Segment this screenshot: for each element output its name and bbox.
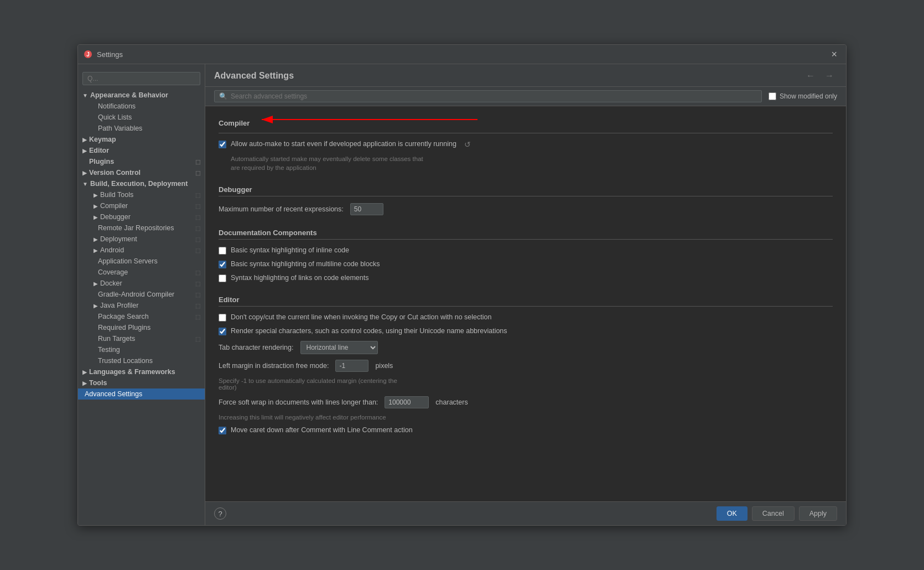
- sidebar-item-path-variables[interactable]: Path Variables: [78, 123, 205, 134]
- move-caret-checkbox[interactable]: [219, 427, 226, 434]
- sidebar-item-required-plugins[interactable]: Required Plugins: [78, 322, 205, 333]
- sidebar-item-deployment[interactable]: ▶ Deployment ⬚: [78, 234, 205, 245]
- external-icon: ⬚: [195, 236, 200, 242]
- sidebar-item-version-control[interactable]: ▶ Version Control ⬚: [78, 167, 205, 178]
- external-icon: ⬚: [195, 214, 200, 220]
- external-icon: ⬚: [195, 159, 200, 165]
- sidebar-item-docker[interactable]: ▶ Docker ⬚: [78, 278, 205, 289]
- main-panel: Advanced Settings ← → 🔍 Show modified on…: [205, 64, 846, 525]
- expand-arrow: ▶: [94, 303, 98, 309]
- close-button[interactable]: ×: [828, 48, 840, 60]
- ok-button[interactable]: OK: [717, 506, 747, 521]
- left-margin-input[interactable]: [335, 360, 368, 372]
- nav-back-button[interactable]: ←: [803, 70, 818, 82]
- tab-rendering-label: Tab character rendering:: [219, 344, 294, 351]
- sidebar-item-build-tools[interactable]: ▶ Build Tools ⬚: [78, 189, 205, 200]
- copy-cut-text: Don't copy/cut the current line when inv…: [231, 313, 491, 321]
- basic-syntax-inline-checkbox[interactable]: [219, 247, 226, 255]
- soft-wrap-hint: Increasing this limit will negatively af…: [219, 414, 833, 421]
- basic-syntax-multiline-label[interactable]: Basic syntax highlighting of multiline c…: [219, 260, 380, 268]
- settings-dialog: J Settings × ▼ Appearance & Behavior Not…: [77, 44, 847, 526]
- sidebar-item-plugins[interactable]: Plugins ⬚: [78, 156, 205, 167]
- sidebar-group-label: Editor: [89, 147, 109, 154]
- sidebar-item-package-search[interactable]: Package Search ⬚: [78, 311, 205, 322]
- sidebar-item-label: Java Profiler: [100, 302, 138, 309]
- expand-arrow: ▶: [82, 369, 87, 375]
- sidebar-item-label: Remote Jar Repositories: [98, 224, 174, 232]
- auto-make-label[interactable]: Allow auto-make to start even if develop…: [219, 140, 456, 148]
- sidebar-item-notifications[interactable]: Notifications: [78, 101, 205, 112]
- sidebar-item-quick-lists[interactable]: Quick Lists: [78, 112, 205, 123]
- editor-section: Editor Don't copy/cut the current line w…: [219, 296, 833, 434]
- nav-forward-button[interactable]: →: [822, 70, 837, 82]
- main-content: ▼ Appearance & Behavior Notifications Qu…: [78, 64, 846, 525]
- help-button[interactable]: ?: [214, 507, 226, 520]
- tab-rendering-select[interactable]: Horizontal line Arrow None: [300, 341, 378, 354]
- sidebar-item-app-servers[interactable]: Application Servers: [78, 256, 205, 267]
- sidebar-group-label: Languages & Frameworks: [89, 368, 175, 376]
- sidebar-item-languages[interactable]: ▶ Languages & Frameworks: [78, 366, 205, 377]
- sidebar: ▼ Appearance & Behavior Notifications Qu…: [78, 64, 205, 525]
- sidebar-item-java-profiler[interactable]: ▶ Java Profiler ⬚: [78, 300, 205, 311]
- nav-arrows: ← →: [803, 70, 837, 82]
- soft-wrap-input[interactable]: [385, 396, 429, 408]
- search-bar: 🔍: [214, 90, 762, 102]
- soft-wrap-label: Force soft wrap in documents with lines …: [219, 398, 378, 406]
- expand-arrow: ▶: [94, 192, 98, 198]
- app-icon: J: [84, 50, 92, 59]
- move-caret-label[interactable]: Move caret down after Comment with Line …: [219, 426, 413, 434]
- expand-arrow: ▶: [82, 148, 87, 154]
- expand-arrow: ▶: [94, 236, 98, 242]
- sidebar-item-compiler[interactable]: ▶ Compiler ⬚: [78, 200, 205, 211]
- auto-make-checkbox[interactable]: [219, 141, 226, 148]
- sidebar-item-coverage[interactable]: Coverage ⬚: [78, 267, 205, 278]
- syntax-links-checkbox[interactable]: [219, 274, 226, 282]
- expand-arrow: ▶: [94, 214, 98, 220]
- auto-make-text: Allow auto-make to start even if develop…: [231, 140, 456, 148]
- window-title: Settings: [97, 50, 828, 59]
- external-icon: ⬚: [195, 225, 200, 231]
- basic-syntax-inline-label[interactable]: Basic syntax highlighting of inline code: [219, 246, 349, 255]
- external-icon: ⬚: [195, 281, 200, 287]
- compiler-section-title: Compiler: [219, 119, 250, 127]
- syntax-links-label[interactable]: Syntax highlighting of links on code ele…: [219, 274, 368, 282]
- copy-cut-label[interactable]: Don't copy/cut the current line when inv…: [219, 313, 491, 322]
- copy-cut-checkbox[interactable]: [219, 314, 226, 322]
- soft-wrap-setting: Force soft wrap in documents with lines …: [219, 396, 833, 408]
- sidebar-item-gradle-android[interactable]: Gradle-Android Compiler ⬚: [78, 289, 205, 300]
- move-caret-setting: Move caret down after Comment with Line …: [219, 426, 833, 434]
- render-special-chars-checkbox[interactable]: [219, 328, 226, 335]
- show-modified-checkbox[interactable]: [769, 92, 776, 100]
- syntax-links-text: Syntax highlighting of links on code ele…: [231, 274, 368, 282]
- reset-icon[interactable]: ↺: [464, 140, 471, 149]
- sidebar-item-debugger[interactable]: ▶ Debugger ⬚: [78, 211, 205, 222]
- sidebar-item-android[interactable]: ▶ Android ⬚: [78, 245, 205, 256]
- sidebar-item-advanced-settings[interactable]: Advanced Settings: [78, 388, 205, 400]
- sidebar-item-testing[interactable]: Testing: [78, 344, 205, 355]
- apply-button[interactable]: Apply: [799, 506, 837, 521]
- cancel-button[interactable]: Cancel: [752, 506, 795, 521]
- sidebar-item-label: Build Tools: [100, 191, 133, 199]
- sidebar-item-label: Application Servers: [98, 257, 158, 265]
- max-expressions-input[interactable]: [350, 203, 383, 215]
- tab-rendering-setting: Tab character rendering: Horizontal line…: [219, 341, 833, 354]
- basic-syntax-multiline-checkbox[interactable]: [219, 261, 226, 268]
- sidebar-item-remote-jar[interactable]: Remote Jar Repositories ⬚: [78, 222, 205, 234]
- sidebar-item-build-execution[interactable]: ▼ Build, Execution, Deployment: [78, 178, 205, 189]
- sidebar-item-editor[interactable]: ▶ Editor: [78, 145, 205, 156]
- render-special-chars-setting: Render special characters, such as contr…: [219, 327, 833, 335]
- sidebar-item-trusted-locations[interactable]: Trusted Locations: [78, 355, 205, 366]
- auto-make-setting: Allow auto-make to start even if develop…: [219, 140, 833, 149]
- sidebar-item-keymap[interactable]: ▶ Keymap: [78, 134, 205, 145]
- render-special-chars-label[interactable]: Render special characters, such as contr…: [219, 327, 507, 335]
- sidebar-item-label: Run Targets: [98, 335, 135, 343]
- sidebar-item-appearance[interactable]: ▼ Appearance & Behavior: [78, 90, 205, 101]
- sidebar-item-tools[interactable]: ▶ Tools: [78, 377, 205, 388]
- sidebar-item-label: Notifications: [98, 102, 136, 110]
- content-area: Compiler: [205, 106, 846, 501]
- advanced-search-input[interactable]: [231, 92, 757, 100]
- compiler-section-header: Compiler: [219, 115, 833, 133]
- sidebar-search-input[interactable]: [82, 72, 200, 85]
- footer-left: ?: [214, 507, 226, 520]
- sidebar-item-run-targets[interactable]: Run Targets ⬚: [78, 333, 205, 344]
